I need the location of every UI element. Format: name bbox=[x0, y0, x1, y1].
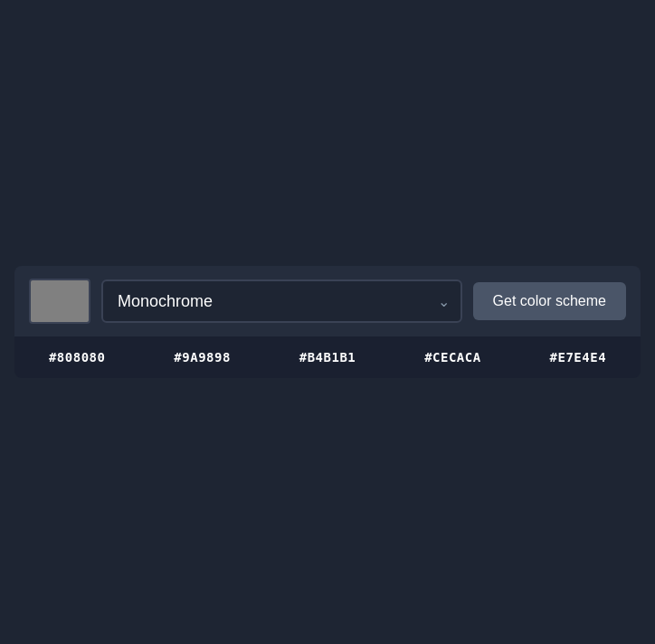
color-hex-label: #B4B1B1 bbox=[299, 350, 356, 365]
color-swatch-wrapper: #808080 bbox=[14, 336, 139, 378]
color-hex-label: #9A9898 bbox=[174, 350, 231, 365]
color-label-bar: #E7E4E4 bbox=[516, 336, 641, 378]
color-label-bar: #B4B1B1 bbox=[265, 336, 390, 378]
color-hex-label: #808080 bbox=[49, 350, 106, 365]
app-container: Monochrome Analogic Complement Analogic-… bbox=[0, 251, 655, 393]
color-label-bar: #808080 bbox=[14, 336, 139, 378]
color-preview-box[interactable] bbox=[29, 279, 90, 324]
color-swatch-wrapper: #B4B1B1 bbox=[265, 336, 390, 378]
color-palette: #808080#9A9898#B4B1B1#CECACA#E7E4E4 bbox=[14, 336, 641, 378]
color-label-bar: #CECACA bbox=[390, 336, 515, 378]
color-hex-label: #E7E4E4 bbox=[550, 350, 607, 365]
color-swatch-wrapper: #E7E4E4 bbox=[516, 336, 641, 378]
header: Monochrome Analogic Complement Analogic-… bbox=[14, 266, 641, 336]
scheme-select-wrapper: Monochrome Analogic Complement Analogic-… bbox=[101, 279, 462, 323]
color-hex-label: #CECACA bbox=[424, 350, 481, 365]
scheme-select[interactable]: Monochrome Analogic Complement Analogic-… bbox=[101, 279, 462, 323]
color-swatch-wrapper: #CECACA bbox=[390, 336, 515, 378]
color-swatch-wrapper: #9A9898 bbox=[139, 336, 264, 378]
get-color-scheme-button[interactable]: Get color scheme bbox=[473, 282, 626, 320]
color-label-bar: #9A9898 bbox=[139, 336, 264, 378]
